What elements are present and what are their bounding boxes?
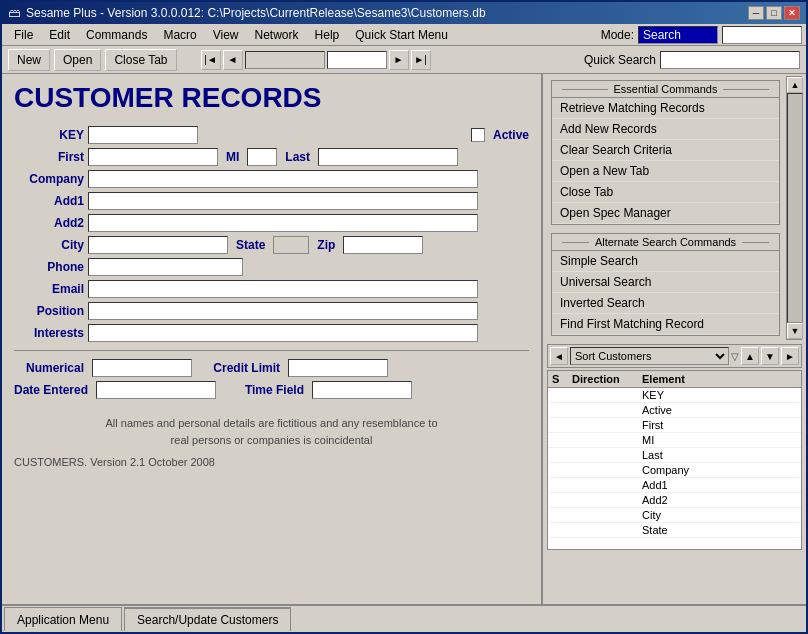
cmd-clear-search[interactable]: Clear Search Criteria — [552, 140, 779, 161]
menu-edit[interactable]: Edit — [41, 26, 78, 44]
numerical-input[interactable] — [92, 359, 192, 377]
nav-page-input[interactable] — [327, 51, 387, 69]
cmd-open-tab[interactable]: Open a New Tab — [552, 161, 779, 182]
date-input[interactable] — [96, 381, 216, 399]
close-button[interactable]: ✕ — [784, 6, 800, 20]
menu-file[interactable]: File — [6, 26, 41, 44]
sort-row[interactable]: Last — [548, 448, 801, 463]
menu-macro[interactable]: Macro — [155, 26, 204, 44]
phone-input[interactable] — [88, 258, 243, 276]
nav-end-button[interactable]: ►| — [411, 50, 431, 70]
sort-row[interactable]: State — [548, 523, 801, 538]
window-title: Sesame Plus - Version 3.0.0.012: C:\Proj… — [26, 6, 748, 20]
cmd-simple-search[interactable]: Simple Search — [552, 251, 779, 272]
sort-up-button[interactable]: ▲ — [741, 347, 759, 365]
city-label: City — [14, 238, 84, 252]
email-input[interactable] — [88, 280, 478, 298]
time-input[interactable] — [312, 381, 412, 399]
sort-row[interactable]: Active — [548, 403, 801, 418]
maximize-button[interactable]: □ — [766, 6, 782, 20]
city-row: City State Zip — [14, 236, 529, 254]
tab-search-update[interactable]: Search/Update Customers — [124, 607, 291, 631]
interests-label: Interests — [14, 326, 84, 340]
menu-commands[interactable]: Commands — [78, 26, 155, 44]
sort-next-button[interactable]: ► — [781, 347, 799, 365]
sort-row[interactable]: Add1 — [548, 478, 801, 493]
essential-commands-section: Essential Commands Retrieve Matching Rec… — [551, 80, 780, 225]
nav-next-button[interactable]: ► — [389, 50, 409, 70]
credit-input[interactable] — [288, 359, 388, 377]
sort-row[interactable]: City — [548, 508, 801, 523]
nav-start-button[interactable]: |◄ — [201, 50, 221, 70]
mi-input[interactable] — [247, 148, 277, 166]
first-input[interactable] — [88, 148, 218, 166]
nav-section: |◄ ◄ ► ►| — [201, 50, 431, 70]
key-input[interactable] — [88, 126, 198, 144]
sort-dropdown[interactable]: Sort Customers — [570, 347, 729, 365]
tab-application-menu[interactable]: Application Menu — [4, 607, 122, 631]
interests-input[interactable] — [88, 324, 478, 342]
cmd-spec-manager[interactable]: Open Spec Manager — [552, 203, 779, 224]
cmd-inverted-search[interactable]: Inverted Search — [552, 293, 779, 314]
mode-section: Mode: — [601, 26, 802, 44]
add2-label: Add2 — [14, 216, 84, 230]
company-row: Company — [14, 170, 529, 188]
active-checkbox[interactable] — [471, 128, 485, 142]
sort-row[interactable]: Add2 — [548, 493, 801, 508]
nav-position-input[interactable] — [245, 51, 325, 69]
sort-header-element: Element — [642, 373, 797, 385]
cmd-close-tab[interactable]: Close Tab — [552, 182, 779, 203]
open-button[interactable]: Open — [54, 49, 101, 71]
status-bar: Application Menu Search/Update Customers — [2, 604, 806, 632]
cmd-add-new[interactable]: Add New Records — [552, 119, 779, 140]
sort-down-button[interactable]: ▼ — [761, 347, 779, 365]
date-row: Date Entered Time Field — [14, 381, 529, 399]
alternate-commands-title: Alternate Search Commands — [552, 234, 779, 251]
active-label: Active — [493, 128, 529, 142]
menu-view[interactable]: View — [205, 26, 247, 44]
menu-help[interactable]: Help — [307, 26, 348, 44]
sort-row[interactable]: First — [548, 418, 801, 433]
scroll-up-button[interactable]: ▲ — [787, 77, 803, 93]
form-divider — [14, 350, 529, 351]
company-input[interactable] — [88, 170, 478, 188]
menu-network[interactable]: Network — [247, 26, 307, 44]
sort-row[interactable]: Company — [548, 463, 801, 478]
add2-input[interactable] — [88, 214, 478, 232]
mode-input[interactable] — [638, 26, 718, 44]
menu-quickstart[interactable]: Quick Start Menu — [347, 26, 456, 44]
zip-input[interactable] — [343, 236, 423, 254]
email-label: Email — [14, 282, 84, 296]
quick-search-input[interactable] — [660, 51, 800, 69]
window-icon: 🗃 — [8, 6, 20, 20]
mode-label: Mode: — [601, 28, 634, 42]
key-row: KEY Active — [14, 126, 529, 144]
position-row: Position — [14, 302, 529, 320]
state-input[interactable] — [273, 236, 309, 254]
add1-label: Add1 — [14, 194, 84, 208]
essential-commands-title: Essential Commands — [552, 81, 779, 98]
disclaimer: All names and personal details are ficti… — [14, 415, 529, 448]
minimize-button[interactable]: ─ — [748, 6, 764, 20]
sort-row[interactable]: KEY — [548, 388, 801, 403]
new-button[interactable]: New — [8, 49, 50, 71]
cmd-find-first[interactable]: Find First Matching Record — [552, 314, 779, 335]
mode-extra-input[interactable] — [722, 26, 802, 44]
close-tab-button[interactable]: Close Tab — [105, 49, 176, 71]
sort-row[interactable]: MI — [548, 433, 801, 448]
last-input[interactable] — [318, 148, 458, 166]
quick-search-label: Quick Search — [584, 53, 656, 67]
cmd-universal-search[interactable]: Universal Search — [552, 272, 779, 293]
add1-input[interactable] — [88, 192, 478, 210]
sort-table-header: S Direction Element — [548, 371, 801, 388]
city-input[interactable] — [88, 236, 228, 254]
position-input[interactable] — [88, 302, 478, 320]
scroll-down-button[interactable]: ▼ — [787, 323, 803, 339]
cmd-retrieve[interactable]: Retrieve Matching Records — [552, 98, 779, 119]
left-panel: CUSTOMER RECORDS KEY Active First MI Las… — [2, 74, 542, 604]
sort-prev-button[interactable]: ◄ — [550, 347, 568, 365]
interests-row: Interests — [14, 324, 529, 342]
version-text: CUSTOMERS. Version 2.1 October 2008 — [14, 456, 529, 468]
last-label: Last — [285, 150, 310, 164]
nav-prev-button[interactable]: ◄ — [223, 50, 243, 70]
